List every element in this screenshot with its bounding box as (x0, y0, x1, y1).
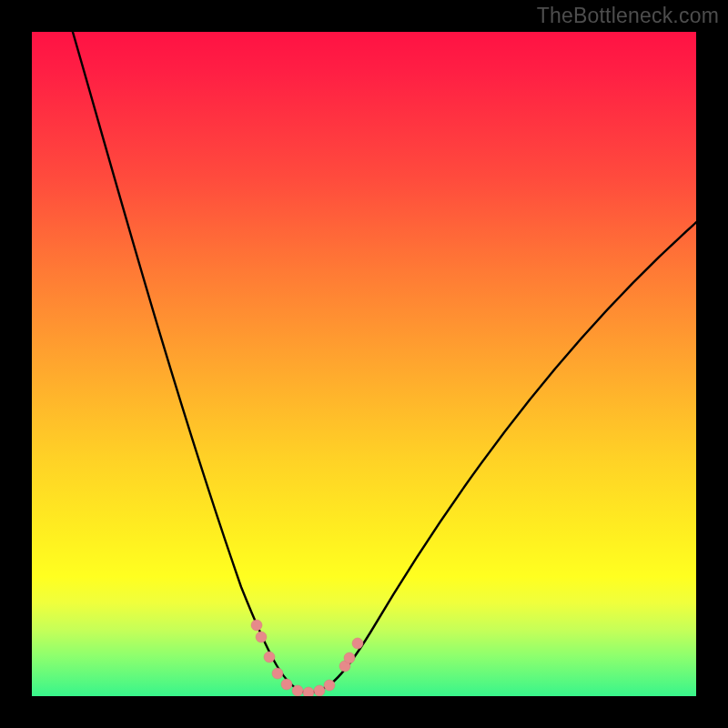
svg-point-5 (292, 685, 303, 696)
chart-frame: TheBottleneck.com (0, 0, 728, 728)
svg-point-4 (281, 679, 292, 690)
svg-point-8 (324, 680, 335, 691)
svg-point-7 (314, 685, 325, 696)
svg-point-2 (264, 652, 275, 662)
watermark-text: TheBottleneck.com (537, 4, 719, 28)
curve-path (70, 32, 696, 693)
svg-point-6 (303, 687, 314, 696)
svg-point-0 (251, 620, 262, 631)
optimal-band-markers (251, 620, 363, 696)
svg-point-1 (256, 632, 267, 642)
plot-area (32, 32, 696, 696)
svg-point-10 (344, 652, 355, 663)
svg-point-3 (272, 668, 283, 679)
bottleneck-curve (32, 32, 696, 696)
svg-point-11 (352, 638, 363, 649)
